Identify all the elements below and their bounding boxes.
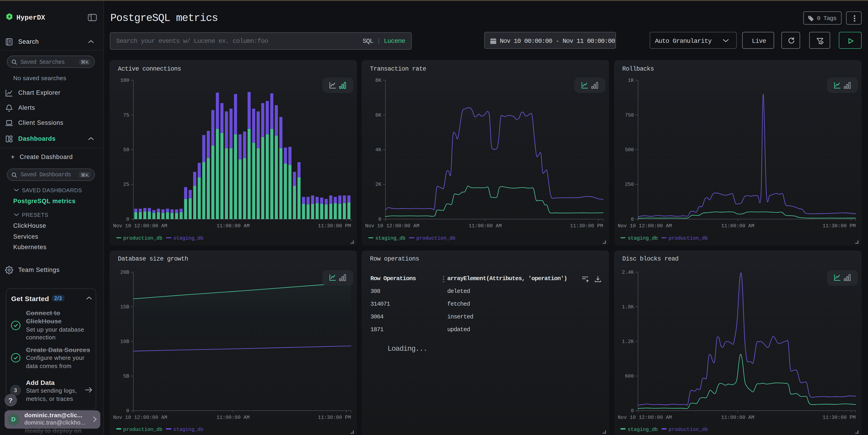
svg-text:25: 25 xyxy=(123,182,129,188)
svg-text:250: 250 xyxy=(625,182,634,188)
svg-text:2.4K: 2.4K xyxy=(622,269,634,275)
svg-text:11:30:00 PM: 11:30:00 PM xyxy=(823,223,856,229)
svg-text:11:30:00 PM: 11:30:00 PM xyxy=(318,223,351,229)
svg-text:15B: 15B xyxy=(120,304,129,310)
svg-text:11:00:00 AM: 11:00:00 AM xyxy=(217,223,250,229)
svg-text:Nov 10 12:00:00 AM: Nov 10 12:00:00 AM xyxy=(365,223,420,229)
svg-text:1.2K: 1.2K xyxy=(622,339,634,344)
svg-text:50: 50 xyxy=(123,147,129,153)
svg-text:500: 500 xyxy=(625,147,634,153)
svg-text:750: 750 xyxy=(625,112,634,118)
svg-text:0: 0 xyxy=(631,216,634,222)
svg-text:Nov 10 12:00:00 AM: Nov 10 12:00:00 AM xyxy=(113,414,167,420)
svg-text:4K: 4K xyxy=(375,147,381,153)
svg-text:0: 0 xyxy=(631,408,634,413)
svg-text:10B: 10B xyxy=(120,339,129,344)
svg-text:8K: 8K xyxy=(375,78,381,83)
svg-text:100: 100 xyxy=(120,78,129,83)
svg-text:Nov 10 12:00:00 AM: Nov 10 12:00:00 AM xyxy=(618,414,672,420)
svg-text:11:30:00 PM: 11:30:00 PM xyxy=(570,223,603,229)
svg-text:1K: 1K xyxy=(628,78,634,83)
svg-text:2K: 2K xyxy=(375,182,381,188)
svg-text:0: 0 xyxy=(378,216,381,222)
svg-text:Nov 10 12:00:00 AM: Nov 10 12:00:00 AM xyxy=(113,223,167,229)
svg-text:75: 75 xyxy=(123,112,129,118)
svg-text:11:00:00 AM: 11:00:00 AM xyxy=(217,414,250,420)
svg-text:11:00:00 AM: 11:00:00 AM xyxy=(721,414,754,420)
svg-text:20B: 20B xyxy=(120,269,129,275)
svg-text:5B: 5B xyxy=(123,373,129,379)
svg-text:Nov 10 12:00:00 AM: Nov 10 12:00:00 AM xyxy=(618,223,672,229)
svg-text:11:00:00 AM: 11:00:00 AM xyxy=(469,223,502,229)
svg-text:0: 0 xyxy=(126,216,129,222)
svg-text:600: 600 xyxy=(625,373,634,379)
svg-text:6K: 6K xyxy=(375,112,381,118)
svg-text:11:00:00 AM: 11:00:00 AM xyxy=(721,223,754,229)
svg-text:11:30:00 PM: 11:30:00 PM xyxy=(318,414,351,420)
svg-text:0: 0 xyxy=(126,408,129,413)
svg-text:1.8K: 1.8K xyxy=(622,304,634,310)
svg-text:11:30:00 PM: 11:30:00 PM xyxy=(823,414,856,420)
